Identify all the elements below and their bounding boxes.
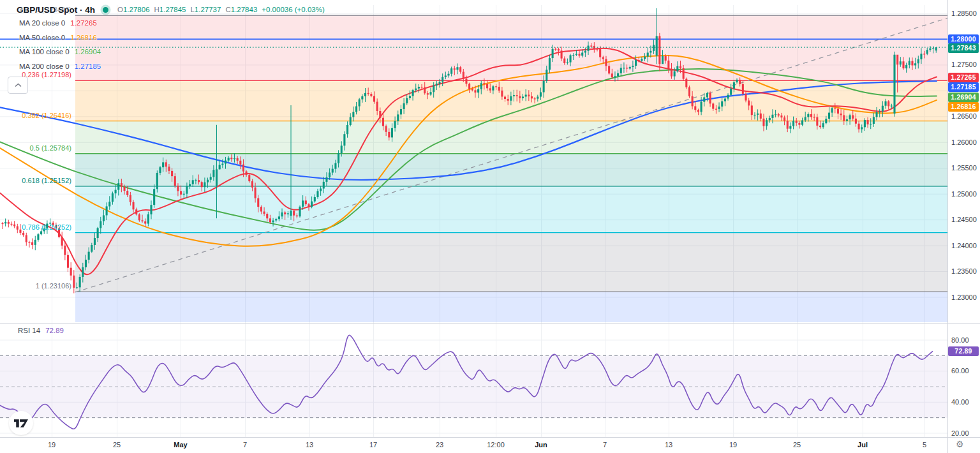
- time-axis-label[interactable]: 13: [306, 441, 313, 449]
- fib-label-1: 1 (1.23106): [0, 282, 71, 290]
- settings-gear-icon[interactable]: ⚙: [956, 440, 964, 449]
- symbol-title[interactable]: GBP/USD Spot · 4h: [17, 5, 95, 15]
- price-badge: 1.28000: [948, 34, 979, 44]
- time-axis-label[interactable]: 17: [369, 441, 377, 449]
- rsi-legend: RSI 14 72.89: [18, 327, 64, 334]
- time-axis-label[interactable]: May: [174, 441, 187, 449]
- chart-legend: GBP/USD Spot · 4h O1.27806H1.27845L1.277…: [17, 3, 325, 17]
- time-axis-label[interactable]: Jul: [858, 441, 868, 449]
- rsi-label[interactable]: RSI 14: [18, 327, 40, 334]
- tradingview-logo-icon: [14, 419, 28, 427]
- fib-zones: [75, 15, 947, 322]
- chevron-up-icon: [15, 83, 22, 87]
- ohlc-pair: H1.27845: [154, 6, 186, 13]
- price-badge: 1.26904: [948, 93, 979, 102]
- fib-label-0.618: 0.618 (1.25152): [0, 177, 71, 184]
- time-axis-label[interactable]: 7: [243, 441, 247, 449]
- time-axis-label[interactable]: 25: [793, 441, 801, 449]
- price-badge: 1.27265: [948, 73, 979, 82]
- time-axis-label[interactable]: 25: [113, 441, 121, 449]
- indicator-row-ma[interactable]: MA 200 close 01.27185: [19, 63, 101, 70]
- time-axis-label[interactable]: 5: [923, 441, 926, 449]
- indicator-row-ma[interactable]: MA 20 close 01.27265: [19, 19, 97, 27]
- fib-label-0.786: 0.786 (1.24252): [0, 223, 71, 231]
- price-badge: 1.27185: [948, 82, 979, 92]
- rsi-value: 72.89: [45, 327, 64, 334]
- indicator-row-ma[interactable]: MA 100 close 01.26904: [19, 48, 101, 56]
- price-axis-label: 40.00: [951, 398, 969, 406]
- indicator-row-ma[interactable]: MA 50 close 01.26816: [19, 34, 97, 41]
- market-status-icon: [103, 7, 108, 13]
- time-axis-label[interactable]: 12:00: [487, 441, 505, 449]
- price-badge: 72.89: [948, 346, 979, 356]
- price-axis-label: 1.25500: [951, 164, 977, 172]
- price-axis-label: 1.23000: [951, 293, 977, 301]
- price-axis-label: 1.28500: [951, 10, 977, 17]
- time-axis-label[interactable]: 19: [48, 441, 56, 449]
- price-axis-label: 1.23500: [951, 267, 977, 275]
- time-axis-label[interactable]: 23: [436, 441, 443, 449]
- price-axis-label: 1.26000: [951, 138, 977, 146]
- time-axis-label[interactable]: 19: [729, 441, 737, 449]
- price-badge: 1.26816: [948, 102, 979, 112]
- price-axis-label: 60.00: [951, 367, 969, 375]
- price-chart-svg[interactable]: [0, 0, 980, 453]
- price-axis-label: 1.24500: [951, 216, 977, 223]
- ohlc-pair: O1.27806: [117, 6, 150, 13]
- price-axis-label: 80.00: [951, 336, 969, 344]
- collapse-legend-button[interactable]: [8, 77, 28, 94]
- rsi-pane: [0, 335, 947, 429]
- change-value: +0.00036 (+0.03%): [262, 6, 324, 13]
- ohlc-pair: L1.27737: [190, 6, 221, 13]
- tradingview-logo[interactable]: [9, 411, 33, 435]
- price-badge: 1.27843: [948, 43, 979, 53]
- time-axis-label[interactable]: 7: [603, 441, 607, 449]
- ohlc-pair: C1.27843: [225, 6, 257, 13]
- price-axis-label: 1.27500: [951, 61, 977, 68]
- trading-chart-page: { "header": { "symbol_title": "GBP/USD S…: [0, 0, 980, 453]
- price-axis-label: 1.26500: [951, 112, 977, 120]
- fib-label-0.382: 0.382 (1.26416): [0, 112, 71, 119]
- fib-label-0.5: 0.5 (1.25784): [0, 144, 71, 152]
- time-axis-label[interactable]: 13: [665, 441, 672, 449]
- price-axis-label: 1.25000: [951, 190, 977, 198]
- price-axis-label: 1.24000: [951, 242, 977, 249]
- time-axis-label[interactable]: Jun: [535, 441, 547, 449]
- ohlc-values: O1.27806H1.27845L1.27737C1.27843+0.00036…: [117, 6, 325, 13]
- price-axis-label: 20.00: [951, 429, 969, 437]
